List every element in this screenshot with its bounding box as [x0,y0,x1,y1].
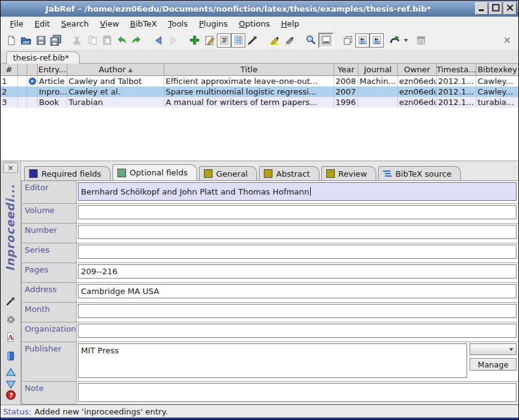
field-label-address: Address [22,283,77,302]
menu-edit[interactable]: Edit [29,17,56,30]
push-to-editor-icon[interactable] [413,33,428,48]
tab-optional-fields[interactable]: Optional fields [112,164,197,180]
autogenerate-keys-wand-icon[interactable] [245,33,260,48]
maximize-button[interactable] [489,2,502,15]
search-icon[interactable] [303,33,318,48]
editor-field[interactable]: Bernhard Schölkopf and John Platt and Th… [78,182,517,201]
open-database-icon[interactable] [19,33,33,48]
generate-key-wand-icon[interactable] [5,296,16,306]
publisher-field[interactable]: MIT Press [78,343,467,378]
table-row-selected[interactable]: 2 Inpro... Cawley et al. Sparse multinom… [1,86,518,97]
cell-timestamp: 2012.1... [437,97,476,107]
minimize-button[interactable] [475,2,488,15]
save-database-icon[interactable] [33,33,48,48]
edit-preamble-icon[interactable] [217,33,231,48]
next-entry-icon[interactable] [5,379,16,390]
menu-help[interactable]: Help [276,17,305,30]
highlighter-icon[interactable] [267,33,282,48]
table-row[interactable]: 1 Article Cawley and Talbot Efficient ap… [1,76,518,86]
file-link-icon[interactable] [28,77,36,85]
pdf-icon[interactable]: A [5,332,16,342]
toolbar-close-icon[interactable] [500,33,515,48]
cell-entrytype: Article [38,76,67,86]
push-to-openoffice-icon[interactable] [387,33,402,48]
menu-view[interactable]: View [95,17,125,30]
text-caret [310,187,311,196]
tab-label: BibTeX source [395,169,452,178]
tab-abstract[interactable]: Abstract [259,166,319,180]
book-icon[interactable] [5,351,16,361]
tab-review[interactable]: Review [321,166,376,180]
menu-options[interactable]: Options [234,17,276,30]
svg-text:?: ? [9,392,12,400]
edit-entry-icon[interactable] [202,33,217,48]
number-field[interactable] [78,225,517,239]
field-label-month: Month [22,303,77,322]
menu-file[interactable]: File [4,17,29,30]
table-row[interactable]: 3 Book Turabian A manual for writers of … [1,97,518,107]
gear-icon[interactable] [5,314,16,325]
push-to-app-2-icon[interactable] [369,33,384,48]
menu-search[interactable]: Search [56,17,95,30]
menu-tools[interactable]: Tools [162,17,193,30]
edit-strings-icon[interactable] [231,33,245,48]
undo-icon[interactable] [114,33,129,48]
window-title: JabRef – /home/ezn06edu/Documents/nonfic… [2,4,474,14]
column-header-entrytype[interactable]: Entry... [38,64,67,75]
cut-icon[interactable] [70,33,85,48]
field-row-pages: Pages 209--216 [22,263,518,283]
copy-icon[interactable] [85,33,99,48]
organization-field[interactable] [78,324,517,338]
push-to-app-1-icon[interactable] [355,33,369,48]
manage-button[interactable]: Manage [470,358,517,371]
field-label-editor: Editor [22,181,77,203]
menu-plugins[interactable]: Plugins [193,17,234,30]
column-header-number[interactable]: # [1,64,18,75]
new-entry-icon[interactable] [187,33,202,48]
title-bar[interactable]: JabRef – /home/ezn06edu/Documents/nonfic… [1,1,518,17]
close-button[interactable] [504,2,517,15]
column-header-file[interactable] [27,64,38,75]
push-dropdown-arrow-icon[interactable] [402,33,410,48]
cell-entrytype: Inpro... [38,86,67,97]
field-row-publisher: Publisher MIT Press Manage [22,342,518,382]
tab-thesis-ref[interactable]: thesis-ref.bib* [6,51,80,64]
volume-field[interactable] [78,205,517,219]
tab-general[interactable]: General [199,166,257,180]
back-icon[interactable] [151,33,166,48]
menu-bibtex[interactable]: BibTeX [125,17,162,30]
column-header-bibtexkey[interactable]: Bibtexkey [476,64,518,75]
month-field[interactable] [78,304,517,318]
close-editor-button[interactable]: × [3,162,18,173]
series-field[interactable] [78,245,517,259]
cell-number: 1 [1,76,18,86]
marker-icon[interactable] [282,33,297,48]
column-header-ranking[interactable] [18,64,27,75]
column-header-owner[interactable]: Owner [398,64,437,75]
toggle-sidepane-icon[interactable] [318,33,334,48]
field-value: Cambridge MA USA [81,287,159,296]
column-header-title[interactable]: Title [164,64,334,75]
redo-icon[interactable] [129,33,144,48]
cell-timestamp: 2012.1... [437,76,476,86]
new-database-icon[interactable] [4,33,19,48]
paste-icon[interactable] [99,33,114,48]
cell-ranking [18,86,27,97]
pages-field[interactable]: 209--216 [78,264,517,279]
column-header-timestamp[interactable]: Timesta... [437,64,476,75]
forward-icon[interactable] [166,33,180,48]
tab-required-fields[interactable]: Required fields [24,166,111,180]
column-header-year[interactable]: Year [334,64,358,75]
save-all-icon[interactable] [48,33,63,48]
tab-bibtex-source[interactable]: BibTeX source [378,166,461,180]
table-header-row: # Entry... Author ▲ Title Year Journal O… [1,64,518,76]
column-header-author[interactable]: Author ▲ [67,64,164,75]
publisher-dropdown[interactable] [470,343,517,355]
address-field[interactable]: Cambridge MA USA [78,284,517,298]
tab-label: Abstract [276,169,310,178]
column-header-journal[interactable]: Journal [358,64,398,75]
help-icon[interactable]: ? [5,390,16,400]
copy-key-icon[interactable] [340,33,355,48]
note-field[interactable] [78,383,517,402]
previous-entry-icon[interactable] [5,366,16,377]
